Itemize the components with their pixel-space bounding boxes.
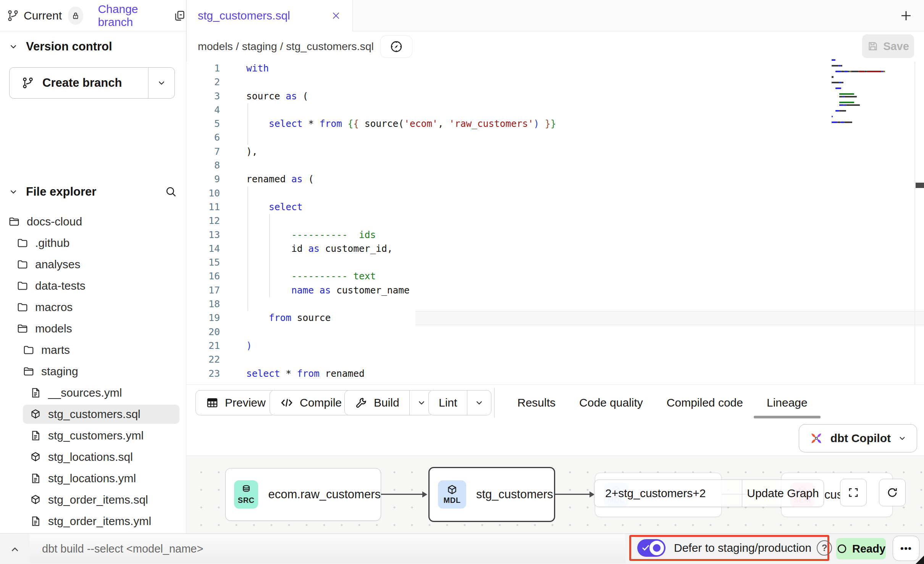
lineage-selector-input[interactable]: 2+stg_customers+2 xyxy=(594,480,742,507)
code-line-20 xyxy=(246,325,556,339)
file-item-staging[interactable]: staging xyxy=(0,361,186,382)
compile-button[interactable]: Compile xyxy=(270,390,352,415)
file-item-label: stg_locations.yml xyxy=(48,472,136,485)
file-item--sources-yml[interactable]: __sources.yml xyxy=(0,382,186,404)
doc-icon xyxy=(30,387,41,399)
change-branch-link[interactable]: Change branch xyxy=(98,3,164,29)
current-branch-label: Current xyxy=(24,9,62,22)
fullscreen-button[interactable] xyxy=(840,479,867,506)
file-item-stg-locations-sql[interactable]: stg_locations.sql xyxy=(0,446,186,468)
minimap-line xyxy=(832,118,890,121)
minimap-line xyxy=(832,88,890,90)
panel-tab-lineage[interactable]: Lineage xyxy=(767,396,808,409)
doc-icon xyxy=(30,515,41,527)
version-control-header[interactable]: Version control xyxy=(0,37,186,56)
minimap-line xyxy=(832,79,890,82)
line-number: 6 xyxy=(186,131,226,144)
chevron-down-icon xyxy=(474,398,484,408)
lineage-node-stg-customers[interactable]: MDL stg_customers xyxy=(428,467,555,522)
minimap[interactable] xyxy=(832,59,890,124)
chevron-up-icon[interactable] xyxy=(9,544,21,555)
create-branch-button[interactable]: Create branch xyxy=(9,67,175,99)
lint-button[interactable]: Lint xyxy=(428,390,491,415)
new-tab-plus-icon[interactable] xyxy=(899,8,913,23)
minimap-divider xyxy=(914,62,915,384)
panel-tab-compiled-code[interactable]: Compiled code xyxy=(667,396,743,409)
scrollbar-marker[interactable] xyxy=(916,183,924,188)
code-line-18 xyxy=(246,297,556,311)
command-input[interactable]: dbt build --select <model_name> xyxy=(30,534,625,563)
doc-icon xyxy=(30,473,41,484)
status-ready-badge[interactable]: Ready xyxy=(836,538,886,559)
file-explorer-title: File explorer xyxy=(26,185,96,199)
lint-dropdown[interactable] xyxy=(467,391,491,415)
line-number: 1 xyxy=(186,62,226,75)
file-item-stg-customers-yml[interactable]: stg_customers.yml xyxy=(0,425,186,446)
file-item-models[interactable]: models xyxy=(0,318,186,339)
code-icon xyxy=(280,396,294,410)
defer-toggle[interactable] xyxy=(637,539,666,557)
edge-src-to-stg xyxy=(381,494,423,495)
file-item-stg-customers-sql[interactable]: stg_customers.sql xyxy=(0,404,186,425)
update-graph-button[interactable]: Update Graph xyxy=(742,480,824,507)
database-icon xyxy=(241,484,252,496)
lineage-canvas[interactable]: SRC ecom.raw_customers MDL stg_customers… xyxy=(186,455,924,534)
model-icon xyxy=(30,408,41,420)
code-lines: withsource as ( select * from {{ source(… xyxy=(246,62,556,381)
panel-subheader: dbt Copilot xyxy=(186,420,924,455)
file-item-docs-cloud[interactable]: docs-cloud xyxy=(0,211,186,232)
tab-title: stg_customers.sql xyxy=(198,9,290,22)
code-line-5: select * from {{ source('ecom', 'raw_cus… xyxy=(246,117,556,131)
model-icon xyxy=(30,451,41,463)
preview-label: Preview xyxy=(225,396,266,409)
preview-button[interactable]: Preview xyxy=(195,390,276,415)
panel-tab-code-quality[interactable]: Code quality xyxy=(579,396,643,409)
chevron-down-icon xyxy=(157,78,166,88)
model-node-icon: MDL xyxy=(438,480,466,509)
create-branch-dropdown[interactable] xyxy=(148,68,174,98)
folder-open-icon xyxy=(8,216,20,227)
file-item-stg-locations-yml[interactable]: stg_locations.yml xyxy=(0,468,186,489)
file-item-stg-order-items-sql[interactable]: stg_order_items.sql xyxy=(0,489,186,511)
close-icon[interactable] xyxy=(331,11,341,21)
help-icon[interactable]: ? xyxy=(817,540,832,556)
code-editor[interactable]: 1234567891011121314151617181920212223 wi… xyxy=(186,62,924,384)
line-number: 11 xyxy=(186,200,226,214)
command-placeholder: dbt build --select <model_name> xyxy=(42,543,203,555)
tab-stg-customers-sql[interactable]: stg_customers.sql xyxy=(186,0,353,31)
search-icon[interactable] xyxy=(165,185,178,198)
line-number: 22 xyxy=(186,353,226,366)
panel-tab-results[interactable]: Results xyxy=(517,396,556,409)
line-number: 4 xyxy=(186,103,226,117)
file-item-label: stg_customers.sql xyxy=(48,408,141,421)
build-button[interactable]: Build xyxy=(344,390,434,415)
file-item-macros[interactable]: macros xyxy=(0,297,186,318)
file-item-marts[interactable]: marts xyxy=(0,339,186,361)
code-line-15 xyxy=(246,256,556,269)
file-item-data-tests[interactable]: data-tests xyxy=(0,275,186,297)
defer-label: Defer to staging/production xyxy=(674,541,811,554)
copy-icon[interactable] xyxy=(173,9,186,22)
lineage-node-raw-customers[interactable]: SRC ecom.raw_customers xyxy=(225,468,381,521)
save-button[interactable]: Save xyxy=(862,34,914,58)
dbt-copilot-button[interactable]: dbt Copilot xyxy=(799,424,917,452)
minimap-line xyxy=(832,68,890,70)
refresh-button[interactable] xyxy=(879,479,906,506)
create-branch-label: Create branch xyxy=(42,76,122,90)
file-item-stg-order-items-yml[interactable]: stg_order_items.yml xyxy=(0,511,186,532)
ready-label: Ready xyxy=(852,543,885,555)
folder-icon xyxy=(17,259,28,270)
dbt-copilot-icon xyxy=(809,431,824,446)
git-branch-icon xyxy=(7,10,19,22)
line-number: 3 xyxy=(186,89,226,103)
minimap-line xyxy=(832,99,890,101)
file-item-analyses[interactable]: analyses xyxy=(0,254,186,275)
file-explorer-header[interactable]: File explorer xyxy=(0,183,186,201)
file-item--github[interactable]: .github xyxy=(0,232,186,254)
minimap-line xyxy=(832,110,890,113)
wrench-icon xyxy=(355,396,368,409)
mouse-cursor xyxy=(916,556,924,564)
code-line-22 xyxy=(246,353,556,366)
line-number: 10 xyxy=(186,186,226,200)
explore-lineage-button[interactable] xyxy=(381,36,412,57)
